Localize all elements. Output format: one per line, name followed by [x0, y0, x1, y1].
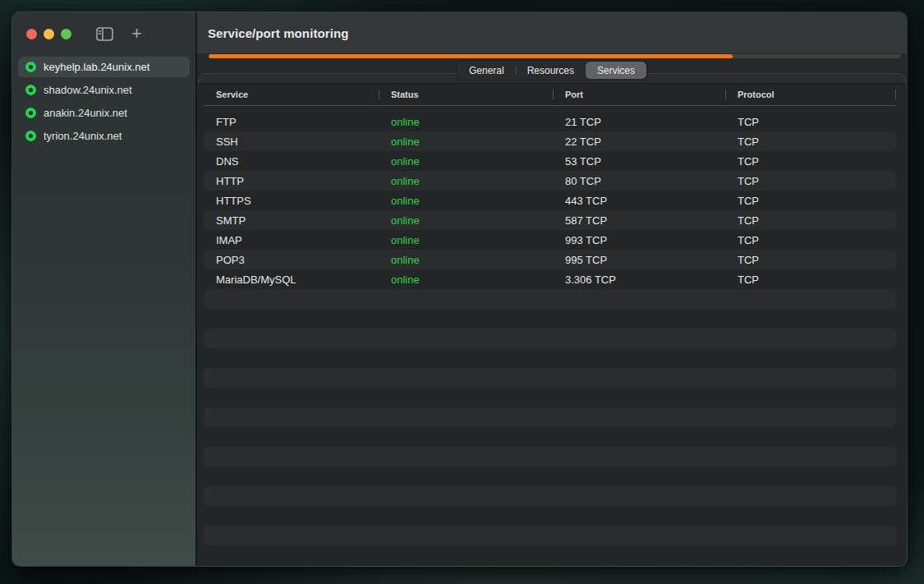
- cell-status: online: [379, 195, 553, 207]
- cell-status: online: [379, 234, 553, 246]
- cell-service: SSH: [204, 136, 379, 148]
- cell-port: 587 TCP: [553, 214, 725, 227]
- table-row-empty: [204, 427, 896, 447]
- cell-service: DNS: [204, 155, 379, 168]
- table-row[interactable]: POP3 online 995 TCP TCP: [204, 250, 896, 269]
- tab-label: General: [469, 65, 504, 76]
- column-header-status[interactable]: Status: [379, 84, 553, 105]
- cell-status: online: [379, 274, 553, 286]
- table-row[interactable]: SMTP online 587 TCP TCP: [204, 210, 896, 230]
- app-window: + keyhelp.lab.24unix.net shadow.24unix.n…: [11, 11, 908, 567]
- server-label: tyrion.24unix.net: [44, 130, 122, 142]
- cell-status: online: [379, 116, 553, 128]
- table-row[interactable]: HTTPS online 443 TCP TCP: [204, 191, 896, 210]
- cell-port: 3.306 TCP: [553, 274, 725, 286]
- table-row-empty: [204, 467, 896, 486]
- table-row-empty: [204, 329, 896, 348]
- table-row-empty: [204, 447, 896, 467]
- cell-service: POP3: [204, 254, 379, 266]
- cell-service: SMTP: [204, 214, 379, 227]
- table-row-empty: [204, 388, 896, 407]
- cell-port: 80 TCP: [553, 175, 725, 187]
- cell-protocol: TCP: [725, 175, 896, 187]
- cell-status: online: [379, 254, 553, 266]
- server-status-icon: [25, 62, 36, 72]
- progress-track: [209, 54, 901, 58]
- table-header: Service Status Port Protocol: [204, 84, 896, 106]
- minimize-button[interactable]: [44, 29, 54, 39]
- server-label: anakin.24unix.net: [44, 107, 127, 119]
- server-status-icon: [25, 85, 36, 95]
- close-button[interactable]: [26, 29, 37, 39]
- cell-service: HTTP: [204, 175, 379, 187]
- cell-port: 53 TCP: [553, 155, 725, 168]
- table-row[interactable]: SSH online 22 TCP TCP: [204, 131, 896, 151]
- cell-protocol: TCP: [725, 234, 896, 246]
- cell-protocol: TCP: [725, 136, 896, 148]
- column-header-service[interactable]: Service: [204, 84, 379, 105]
- tab-resources[interactable]: Resources: [516, 62, 586, 79]
- services-panel: General Resources Services Service Statu…: [197, 73, 907, 566]
- segmented-control: General Resources Services: [457, 61, 647, 80]
- table-row[interactable]: FTP online 21 TCP TCP: [204, 112, 896, 131]
- tab-label: Services: [597, 65, 635, 76]
- cell-protocol: TCP: [725, 254, 896, 266]
- table-row-empty: [204, 309, 896, 329]
- table-row-empty: [204, 368, 896, 388]
- server-label: keyhelp.lab.24unix.net: [44, 61, 149, 73]
- cell-service: MariaDB/MySQL: [204, 274, 379, 286]
- window-controls: +: [12, 12, 195, 55]
- table-body: FTP online 21 TCP TCP SSH online 22 TCP …: [204, 112, 896, 545]
- cell-port: 995 TCP: [553, 254, 725, 266]
- main-content: Service/port monitoring General Resource…: [197, 12, 907, 566]
- cell-status: online: [379, 155, 553, 168]
- table-row-empty: [204, 526, 896, 545]
- cell-port: 22 TCP: [553, 136, 725, 148]
- table-row[interactable]: IMAP online 993 TCP TCP: [204, 230, 896, 250]
- tab-label: Resources: [527, 65, 574, 76]
- server-status-icon: [25, 108, 36, 118]
- sidebar-item-server[interactable]: shadow.24unix.net: [18, 80, 190, 100]
- title-bar: Service/port monitoring: [197, 12, 907, 53]
- table-row-empty: [204, 486, 896, 506]
- table-row-empty: [204, 348, 896, 368]
- column-header-protocol[interactable]: Protocol: [725, 84, 896, 105]
- progress-fill: [209, 54, 733, 58]
- cell-protocol: TCP: [725, 116, 896, 128]
- cell-protocol: TCP: [725, 214, 896, 227]
- sidebar-toggle-icon[interactable]: [96, 27, 113, 41]
- sidebar-item-server[interactable]: anakin.24unix.net: [18, 103, 190, 123]
- tab-bar: General Resources Services: [197, 61, 907, 80]
- cell-service: IMAP: [204, 234, 379, 246]
- tab-general[interactable]: General: [457, 62, 516, 79]
- cell-protocol: TCP: [725, 155, 896, 168]
- server-label: shadow.24unix.net: [44, 84, 132, 96]
- cell-port: 993 TCP: [553, 234, 725, 246]
- cell-port: 443 TCP: [553, 195, 725, 207]
- sidebar-item-server[interactable]: tyrion.24unix.net: [18, 126, 190, 146]
- page-title: Service/port monitoring: [208, 26, 349, 40]
- table-row-empty: [204, 289, 896, 309]
- cell-status: online: [379, 214, 553, 227]
- cell-protocol: TCP: [725, 195, 896, 207]
- cell-service: FTP: [204, 116, 379, 128]
- cell-port: 21 TCP: [553, 116, 725, 128]
- table-row-empty: [204, 407, 896, 427]
- sidebar-item-server[interactable]: keyhelp.lab.24unix.net: [18, 57, 190, 77]
- server-list: keyhelp.lab.24unix.net shadow.24unix.net…: [12, 55, 195, 146]
- server-status-icon: [25, 131, 36, 141]
- cell-status: online: [379, 136, 553, 148]
- add-server-icon[interactable]: +: [131, 25, 142, 43]
- column-header-port[interactable]: Port: [553, 84, 725, 105]
- table-row[interactable]: DNS online 53 TCP TCP: [204, 151, 896, 171]
- cell-protocol: TCP: [725, 274, 896, 286]
- table-row[interactable]: MariaDB/MySQL online 3.306 TCP TCP: [204, 269, 896, 289]
- cell-service: HTTPS: [204, 195, 379, 207]
- table-row-empty: [204, 506, 896, 526]
- desktop-wallpaper: + keyhelp.lab.24unix.net shadow.24unix.n…: [0, 0, 924, 584]
- zoom-button[interactable]: [61, 29, 71, 39]
- table-row[interactable]: HTTP online 80 TCP TCP: [204, 171, 896, 191]
- cell-status: online: [379, 175, 553, 187]
- sidebar: + keyhelp.lab.24unix.net shadow.24unix.n…: [12, 12, 197, 566]
- tab-services[interactable]: Services: [586, 62, 646, 79]
